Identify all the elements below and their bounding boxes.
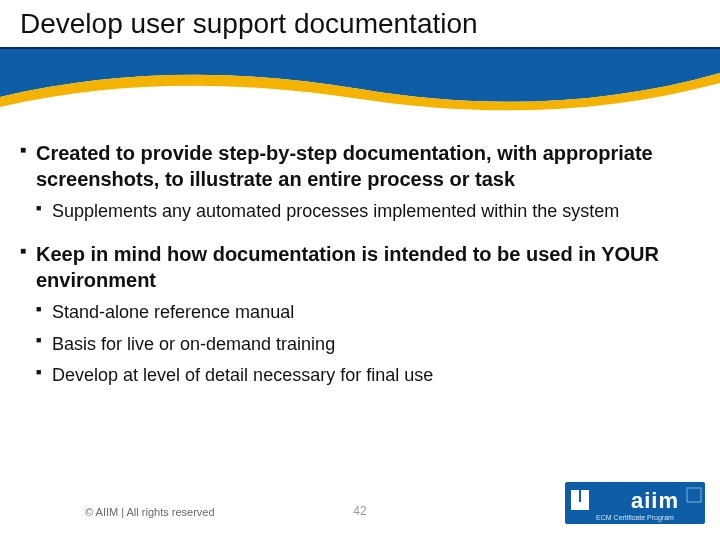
content-area: Created to provide step-by-step document…	[20, 140, 700, 396]
bullet-level2: Stand-alone reference manual	[36, 301, 700, 324]
slide-title: Develop user support documentation	[20, 8, 700, 40]
bullet-level1: Keep in mind how documentation is intend…	[20, 241, 700, 293]
logo-text-sub: ECM Certificate Program	[596, 514, 674, 522]
copyright-text: © AIIM | All rights reserved	[85, 506, 215, 518]
slide: Develop user support documentation Creat…	[0, 0, 720, 540]
footer: © AIIM | All rights reserved 42 aiim ECM…	[0, 478, 720, 528]
header-wave-graphic	[0, 49, 720, 129]
aiim-logo: aiim ECM Certificate Program	[565, 482, 705, 524]
bullet-level1: Created to provide step-by-step document…	[20, 140, 700, 192]
bullet-level2: Supplements any automated processes impl…	[36, 200, 700, 223]
spacer	[20, 231, 700, 241]
page-number: 42	[353, 504, 366, 518]
logo-svg: aiim ECM Certificate Program	[565, 482, 705, 524]
bullet-level2: Develop at level of detail necessary for…	[36, 364, 700, 387]
svg-rect-3	[571, 502, 589, 510]
wave-svg	[0, 49, 720, 129]
bullet-level2: Basis for live or on-demand training	[36, 333, 700, 356]
logo-text-main: aiim	[631, 488, 679, 513]
